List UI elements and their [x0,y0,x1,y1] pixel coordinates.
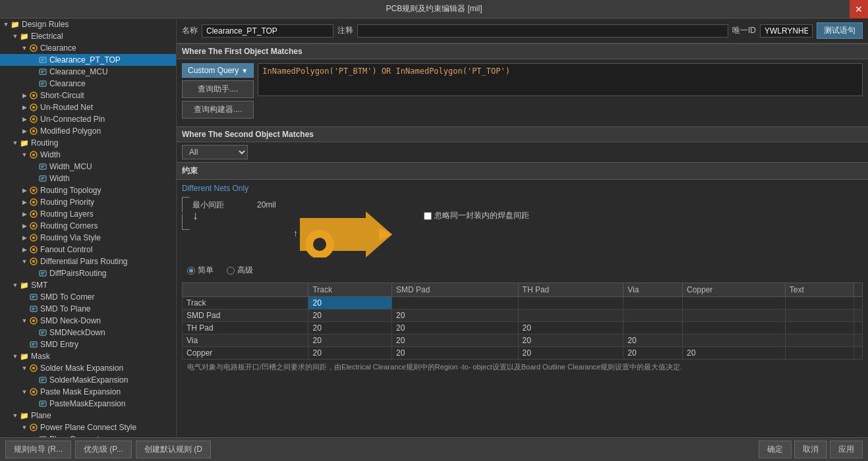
table-cell[interactable]: 20 [623,335,683,347]
table-cell[interactable]: Via [183,335,308,347]
tree-item-un-connected-pin[interactable]: ▶Un-Connected Pin [0,113,176,125]
table-cell[interactable]: TH Pad [183,322,308,335]
tree-item-clearance-mcu[interactable]: Clearance_MCU [0,66,176,78]
priority-button[interactable]: 优先级 (P... [75,441,132,458]
tree-item-smt[interactable]: ▼📁SMT [0,279,176,291]
table-cell[interactable]: 20 [392,322,518,335]
create-defaults-button[interactable]: 创建默认规则 (D [136,441,211,458]
tree-item-fanout-control[interactable]: ▶Fanout Control [0,244,176,256]
tree-item-paste-mask-exp[interactable]: ▼Paste Mask Expansion [0,386,176,398]
comment-input[interactable] [357,24,728,38]
tree-item-power-plane-connect[interactable]: ▼Power Plane Connect Style [0,421,176,433]
confirm-button[interactable]: 确定 [759,441,792,458]
test-button[interactable]: 测试语句 [817,22,863,39]
table-row[interactable]: Copper2020202020 [183,347,863,360]
table-cell[interactable]: 20 [683,347,786,360]
apply-button[interactable]: 应用 [830,441,863,458]
tree-item-clearance-group[interactable]: ▼Clearance [0,42,176,54]
dropdown-arrow-icon: ▼ [241,67,248,74]
tree-item-routing-layers[interactable]: ▶Routing Layers [0,208,176,220]
tree-item-electrical[interactable]: ▼📁Electrical [0,30,176,42]
table-cell[interactable]: 20 [308,322,392,335]
radio-simple[interactable]: 简单 [187,265,214,276]
table-cell[interactable]: Copper [183,347,308,360]
tree-item-un-routed-net[interactable]: ▶Un-Routed Net [0,101,176,113]
table-cell[interactable] [683,335,786,347]
table-cell[interactable] [623,310,683,322]
tree-item-short-circuit[interactable]: ▶Short-Circuit [0,90,176,101]
tree-item-routing-priority[interactable]: ▶Routing Priority [0,196,176,208]
uid-input[interactable] [760,24,813,38]
table-cell[interactable]: 20 [392,335,518,347]
table-cell[interactable] [518,297,623,310]
ignore-checkbox[interactable] [424,212,432,220]
query-builder-button[interactable]: 查询构建器.... [182,101,254,119]
tree-label-smd-neck-down-group: SMD Neck-Down [40,316,101,325]
table-cell[interactable] [683,322,786,335]
tree-item-diff-pairs-routing[interactable]: DiffPairsRouting [0,267,176,279]
table-cell[interactable] [623,297,683,310]
tree-item-modified-polygon[interactable]: ▶Modified Polygon [0,125,176,137]
table-cell[interactable]: 20 [308,297,392,310]
custom-query-dropdown[interactable]: Custom Query ▼ [182,63,254,78]
table-row[interactable]: TH Pad202020 [183,322,863,335]
table-row[interactable]: Via20202020 [183,335,863,347]
tree-item-width-group[interactable]: ▼Width [0,149,176,161]
tree-item-smd-neck-down-group[interactable]: ▼SMD Neck-Down [0,315,176,327]
close-button[interactable]: ✕ [850,0,868,18]
tree-item-smd-to-plane[interactable]: SMD To Plane [0,303,176,315]
tree-item-clearance-pt-top[interactable]: Clearance_PT_TOP [0,54,176,66]
table-cell[interactable]: 20 [308,310,392,322]
tree-item-routing-via-style[interactable]: ▶Routing Via Style [0,232,176,244]
table-cell[interactable]: Track [183,297,308,310]
tree-label-clearance-group: Clearance [40,43,76,53]
diff-nets-label[interactable]: Different Nets Only [182,184,863,193]
table-cell[interactable] [785,335,854,347]
table-cell[interactable] [623,322,683,335]
tree-item-clearance[interactable]: Clearance [0,78,176,90]
tree-item-smd-to-corner[interactable]: SMD To Corner [0,291,176,303]
table-row[interactable]: Track20 [183,297,863,310]
table-cell[interactable]: 20 [392,310,518,322]
tree-item-smd-entry[interactable]: SMD Entry [0,339,176,350]
table-cell[interactable] [518,310,623,322]
table-cell[interactable] [785,322,854,335]
table-cell[interactable] [392,297,518,310]
second-object-select[interactable]: All Net Net Class Layer [182,145,248,159]
radio-advanced[interactable]: 高级 [227,265,253,276]
tree-item-differential-pairs[interactable]: ▼Differential Pairs Routing [0,256,176,267]
cancel-button[interactable]: 取消 [794,441,827,458]
query-textarea[interactable]: InNamedPolygon('PT_BTM') OR InNamedPolyg… [258,63,863,96]
tree-item-plane[interactable]: ▼📁Plane [0,410,176,421]
tree-item-design-rules[interactable]: ▼📁Design Rules [0,18,176,30]
query-helper-button[interactable]: 查询助手.... [182,80,254,98]
table-cell[interactable]: 20 [308,347,392,360]
tree-item-routing-corners[interactable]: ▶Routing Corners [0,220,176,232]
table-cell[interactable]: SMD Pad [183,310,308,322]
name-input[interactable] [202,24,333,38]
tree-item-routing-topology[interactable]: ▶Routing Topology [0,184,176,196]
table-cell[interactable] [683,297,786,310]
tree-item-smd-neck-down[interactable]: SMDNeckDown [0,327,176,339]
table-cell[interactable] [785,310,854,322]
tree-item-plane-connect[interactable]: PlaneConnect [0,433,176,437]
tree-item-width-mcu[interactable]: Width_MCU [0,161,176,173]
table-cell[interactable] [785,347,854,360]
rule-wizard-button[interactable]: 规则向导 (R... [5,441,71,458]
table-cell[interactable] [785,297,854,310]
tree-item-paste-mask-exp-item[interactable]: PasteMaskExpansion [0,398,176,410]
tree-item-width[interactable]: Width [0,173,176,184]
table-cell[interactable]: 20 [518,335,623,347]
table-row[interactable]: SMD Pad2020 [183,310,863,322]
tree-item-solder-mask-exp-item[interactable]: SolderMaskExpansion [0,374,176,386]
table-cell[interactable]: 20 [308,335,392,347]
table-cell[interactable]: 20 [392,347,518,360]
right-panel: 名称 注释 唯一ID 测试语句 Where The First Object M… [177,18,868,437]
tree-item-routing[interactable]: ▼📁Routing [0,137,176,149]
table-cell[interactable]: 20 [623,347,683,360]
table-cell[interactable]: 20 [518,347,623,360]
table-cell[interactable] [683,310,786,322]
tree-item-mask[interactable]: ▼📁Mask [0,350,176,362]
tree-item-solder-mask-exp[interactable]: ▼Solder Mask Expansion [0,362,176,374]
table-cell[interactable]: 20 [518,322,623,335]
